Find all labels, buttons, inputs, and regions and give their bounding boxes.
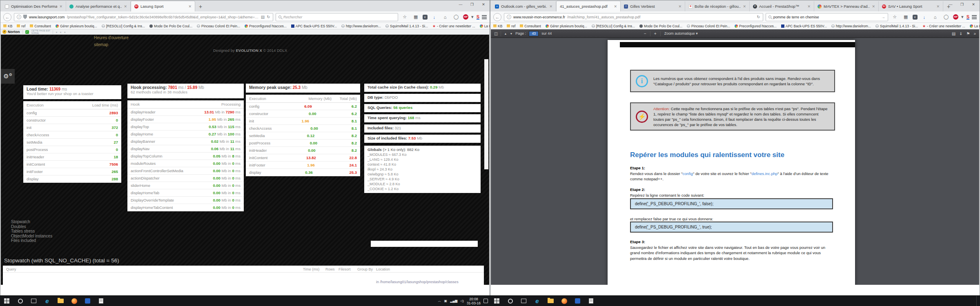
pocket-icon[interactable]: ∨ bbox=[423, 15, 428, 20]
bookmark-item[interactable]: Consultant bbox=[30, 24, 51, 28]
browser-tab[interactable]: 41_astuces_prestashop.pdf✕ bbox=[556, 1, 621, 11]
show-desktop-button[interactable] bbox=[976, 296, 978, 306]
reload-icon[interactable]: ↻ bbox=[267, 15, 270, 19]
sidebar-toggle-icon[interactable]: ◫ bbox=[494, 31, 498, 36]
adblock-icon[interactable]: ABP bbox=[953, 14, 958, 20]
tab-close-icon[interactable]: ✕ bbox=[614, 4, 617, 9]
previous-page-icon[interactable]: ▲ bbox=[504, 32, 507, 35]
bookmark-item[interactable]: La Brasserie - Administ... bbox=[970, 24, 980, 28]
bookmark-item[interactable]: Gérer plusieurs boutiq... bbox=[546, 24, 587, 28]
browser-tab[interactable]: SULasung Sport✕ bbox=[131, 1, 195, 11]
url-bar[interactable]: i www.lasungsport.com/prestashop/?live_c… bbox=[14, 13, 273, 21]
tray-network-icon[interactable]: ▂▄▆ bbox=[450, 299, 457, 303]
close-button[interactable]: ✕ bbox=[478, 2, 489, 7]
pdf-viewport[interactable]: i Les numéros que vous obtenez correspon… bbox=[491, 38, 979, 285]
blue-app-button[interactable] bbox=[571, 296, 584, 306]
tab-close-icon[interactable]: ✕ bbox=[743, 4, 746, 9]
config-link[interactable]: config bbox=[683, 171, 693, 176]
edge-taskbar-button[interactable]: e bbox=[40, 296, 54, 306]
bookmarks-menu-icon[interactable]: ▦ bbox=[412, 14, 420, 20]
page-scrollbar[interactable] bbox=[484, 59, 488, 169]
adblock-icon[interactable]: ABP bbox=[463, 14, 468, 20]
search-go-icon[interactable]: → bbox=[881, 15, 885, 19]
tab-close-icon[interactable]: ✕ bbox=[936, 4, 940, 9]
browser-tab[interactable]: PAccueil - PrestaShop™✕ bbox=[750, 1, 814, 11]
profiler-menu-link[interactable]: Tables stress bbox=[11, 229, 52, 234]
task-view-button[interactable] bbox=[27, 296, 40, 306]
search-taskbar-button[interactable] bbox=[503, 296, 517, 306]
zoom-in-icon[interactable]: + bbox=[654, 31, 657, 36]
profiler-menu-link[interactable]: ObjectModel instances bbox=[11, 234, 52, 239]
download-icon[interactable]: ⇓ bbox=[959, 31, 962, 36]
bookmark-item[interactable]: APC Back-UPS ES 550V... bbox=[781, 24, 827, 28]
bookmark-item[interactable]: KB bbox=[3, 24, 12, 28]
bookmark-flag-icon[interactable]: ⚑ bbox=[966, 31, 970, 36]
profiler-menu-link[interactable]: Stopwatch bbox=[11, 220, 52, 224]
pocket-icon[interactable]: ∨ bbox=[913, 15, 918, 20]
menu-icon[interactable] bbox=[972, 15, 977, 19]
tab-close-icon[interactable]: ✕ bbox=[549, 4, 552, 9]
home-icon[interactable]: ⌂ bbox=[441, 15, 450, 20]
zoom-out-icon[interactable]: − bbox=[644, 31, 646, 36]
bookmark-item[interactable]: Pinceau Coloré Et Pein... bbox=[197, 24, 240, 28]
norton-more-icon[interactable]: ● ● ● bbox=[56, 31, 67, 33]
tab-close-icon[interactable]: ✕ bbox=[872, 4, 875, 9]
print-icon[interactable]: ▤ bbox=[952, 31, 956, 36]
downloads-icon[interactable]: ↓ bbox=[430, 15, 439, 20]
downloads-icon[interactable]: ↓ bbox=[920, 15, 929, 20]
start-button[interactable] bbox=[490, 296, 503, 306]
tracking-shield-icon[interactable] bbox=[23, 15, 27, 19]
page-info-icon[interactable]: i bbox=[17, 15, 21, 19]
url-bar[interactable]: i www.reussir-mon-ecommerce.fr/mailchimp… bbox=[504, 13, 763, 21]
page-number-input[interactable] bbox=[529, 31, 539, 36]
bookmark-item[interactable]: ★- Créer une newsletter ... bbox=[432, 24, 475, 28]
browser-tab[interactable]: MBoîte de réception - gillou...✕ bbox=[685, 1, 750, 11]
s-addon-icon[interactable]: S bbox=[967, 15, 969, 20]
search-input[interactable] bbox=[283, 15, 395, 19]
firefox-taskbar-button[interactable] bbox=[557, 296, 571, 306]
notepad-button[interactable] bbox=[94, 296, 108, 306]
hello-icon[interactable]: ◯ bbox=[942, 14, 951, 20]
bookmark-item[interactable]: Mode De Polo De Coul... bbox=[149, 24, 192, 28]
new-tab-button[interactable]: + bbox=[195, 1, 206, 11]
profiler-menu-link[interactable]: Doubles bbox=[11, 224, 52, 229]
search-bar[interactable]: → bbox=[766, 13, 888, 21]
next-page-icon[interactable]: ▼ bbox=[510, 32, 512, 35]
bookmark-item[interactable]: http://www.danielrom... bbox=[831, 24, 871, 28]
minimize-button[interactable]: — bbox=[455, 2, 466, 7]
profiler-menu-link[interactable]: Files included bbox=[11, 238, 52, 243]
browser-tab[interactable]: Analyse performance et q...✕ bbox=[66, 1, 131, 11]
bookmark-item[interactable]: Mode De Polo De Coul... bbox=[639, 24, 682, 28]
tray-icon[interactable]: ▣ bbox=[444, 299, 448, 303]
tray-volume-icon[interactable]: ◁) bbox=[460, 299, 464, 303]
file-explorer-button[interactable] bbox=[544, 296, 557, 306]
bookmark-item[interactable]: [RESOLU] Config & Ins... bbox=[592, 24, 635, 28]
back-button[interactable]: ← bbox=[3, 13, 11, 21]
blue-app-button[interactable] bbox=[81, 296, 94, 306]
bookmark-star-icon[interactable]: ☆ bbox=[891, 14, 899, 20]
hello-icon[interactable]: ◯ bbox=[452, 14, 461, 20]
bookmark-item[interactable]: Preconfigured htacces... bbox=[245, 24, 287, 28]
bookmark-item[interactable]: KB bbox=[493, 24, 502, 28]
bookmarks-menu-icon[interactable]: ▦ bbox=[902, 14, 910, 20]
restore-button[interactable]: ❐ bbox=[956, 2, 968, 7]
search-taskbar-button[interactable] bbox=[13, 296, 27, 306]
bookmark-item[interactable]: [RESOLU] Config & Ins... bbox=[102, 24, 145, 28]
tab-close-icon[interactable]: ✕ bbox=[807, 4, 811, 9]
zoom-select[interactable]: Zoom automatique ▾ bbox=[664, 31, 698, 35]
start-button[interactable] bbox=[0, 296, 13, 306]
minimize-button[interactable]: — bbox=[945, 2, 956, 7]
search-input[interactable] bbox=[773, 15, 879, 19]
bookmark-item[interactable]: SquirrelMail 1.4.13 - Si... bbox=[385, 24, 428, 28]
home-icon[interactable]: ⌂ bbox=[931, 15, 940, 20]
more-tools-icon[interactable]: » bbox=[973, 31, 976, 36]
bookmark-star-icon[interactable]: ☆ bbox=[401, 14, 409, 20]
browser-tab[interactable]: MAVTEX > Panneau d'ad...✕ bbox=[814, 1, 879, 11]
bookmark-item[interactable]: http://www.danielrom... bbox=[341, 24, 381, 28]
bookmark-item[interactable]: Pinceau Coloré Et Pein... bbox=[687, 24, 730, 28]
footer-link-sitemap[interactable]: sitemap bbox=[94, 42, 108, 47]
tab-close-icon[interactable]: ✕ bbox=[678, 4, 682, 9]
close-button[interactable]: ✕ bbox=[968, 2, 979, 7]
bookmark-item[interactable]: Consultant bbox=[520, 24, 541, 28]
search-bar[interactable] bbox=[276, 13, 398, 21]
